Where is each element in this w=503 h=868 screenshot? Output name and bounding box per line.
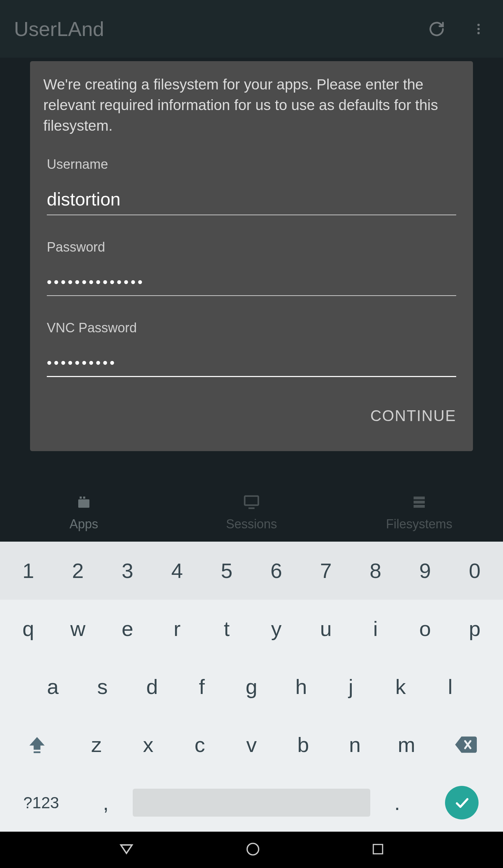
backspace-key[interactable]	[432, 716, 500, 774]
key-y[interactable]: y	[252, 600, 301, 658]
android-nav-bar	[0, 832, 503, 868]
vnc-password-field-group: VNC Password ••••••••••	[47, 320, 456, 377]
key-3[interactable]: 3	[103, 542, 152, 600]
key-q[interactable]: q	[3, 600, 53, 658]
screen: UserLAnd Apps Sessions	[0, 0, 503, 868]
shift-icon	[27, 735, 47, 755]
key-0[interactable]: 0	[450, 542, 500, 600]
key-k[interactable]: k	[376, 658, 425, 716]
svg-rect-14	[373, 845, 383, 854]
keyboard-row-1: q w e r t y u i o p	[0, 600, 503, 658]
enter-fab	[445, 786, 479, 819]
key-2[interactable]: 2	[53, 542, 103, 600]
key-6[interactable]: 6	[252, 542, 301, 600]
key-v[interactable]: v	[226, 716, 277, 774]
key-h[interactable]: h	[276, 658, 326, 716]
key-g[interactable]: g	[227, 658, 276, 716]
keyboard-number-row: 1 2 3 4 5 6 7 8 9 0	[0, 542, 503, 600]
key-p[interactable]: p	[450, 600, 500, 658]
key-4[interactable]: 4	[152, 542, 202, 600]
key-o[interactable]: o	[400, 600, 450, 658]
space-key[interactable]	[133, 774, 370, 832]
period-key[interactable]: .	[370, 774, 424, 832]
enter-key[interactable]	[424, 774, 500, 832]
key-j[interactable]: j	[326, 658, 376, 716]
filesystem-credentials-dialog: We're creating a filesystem for your app…	[30, 61, 473, 451]
key-m[interactable]: m	[381, 716, 432, 774]
password-label: Password	[47, 240, 456, 255]
password-field-group: Password ••••••••••••••	[47, 240, 456, 296]
key-i[interactable]: i	[351, 600, 400, 658]
nav-back-button[interactable]	[118, 841, 135, 859]
check-icon	[453, 794, 470, 811]
vnc-password-input[interactable]: ••••••••••	[47, 349, 456, 377]
key-7[interactable]: 7	[301, 542, 351, 600]
key-u[interactable]: u	[301, 600, 351, 658]
key-d[interactable]: d	[127, 658, 177, 716]
key-b[interactable]: b	[277, 716, 329, 774]
nav-recents-button[interactable]	[371, 842, 385, 858]
shift-key[interactable]	[3, 716, 71, 774]
svg-rect-11	[34, 751, 40, 753]
space-bar-icon	[133, 789, 370, 817]
password-input[interactable]: ••••••••••••••	[47, 269, 456, 296]
key-l[interactable]: l	[425, 658, 475, 716]
key-8[interactable]: 8	[351, 542, 400, 600]
backspace-icon	[455, 736, 477, 753]
comma-key[interactable]: ,	[79, 774, 133, 832]
key-s[interactable]: s	[78, 658, 127, 716]
nav-home-icon	[245, 841, 261, 857]
key-w[interactable]: w	[53, 600, 103, 658]
key-c[interactable]: c	[174, 716, 226, 774]
key-a[interactable]: a	[28, 658, 78, 716]
username-label: Username	[47, 157, 456, 172]
username-field-group: Username	[47, 157, 456, 215]
key-5[interactable]: 5	[202, 542, 252, 600]
keyboard-row-3: z x c v b n m	[0, 716, 503, 774]
symbols-key[interactable]: ?123	[3, 774, 79, 832]
dialog-description: We're creating a filesystem for your app…	[43, 74, 460, 136]
username-input[interactable]	[47, 186, 456, 215]
key-9[interactable]: 9	[400, 542, 450, 600]
svg-marker-12	[121, 845, 132, 853]
key-e[interactable]: e	[103, 600, 152, 658]
key-n[interactable]: n	[329, 716, 381, 774]
dialog-actions: CONTINUE	[43, 402, 460, 430]
continue-button[interactable]: CONTINUE	[367, 402, 460, 430]
nav-home-button[interactable]	[245, 841, 261, 858]
keyboard-row-2: a s d f g h j k l	[0, 658, 503, 716]
soft-keyboard: 1 2 3 4 5 6 7 8 9 0 q w e r t y u i o p …	[0, 542, 503, 832]
nav-recents-icon	[371, 842, 385, 856]
key-r[interactable]: r	[152, 600, 202, 658]
key-z[interactable]: z	[71, 716, 122, 774]
key-1[interactable]: 1	[3, 542, 53, 600]
key-t[interactable]: t	[202, 600, 252, 658]
key-f[interactable]: f	[177, 658, 227, 716]
key-x[interactable]: x	[122, 716, 174, 774]
nav-back-icon	[118, 841, 135, 858]
keyboard-row-4: ?123 , .	[0, 774, 503, 832]
svg-point-13	[247, 844, 259, 855]
vnc-password-label: VNC Password	[47, 320, 456, 335]
